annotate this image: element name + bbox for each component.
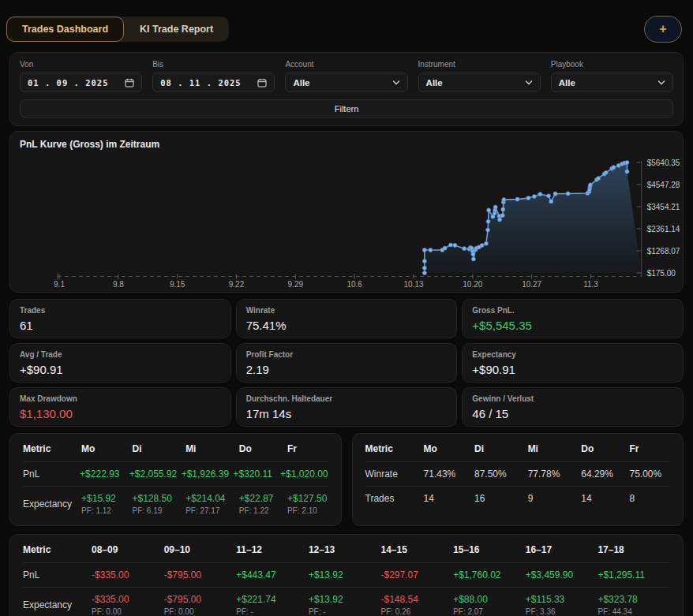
table-header-cell: 16–17 bbox=[526, 544, 598, 555]
hourly-table: Metric08–0909–1011–1212–1314–1515–1616–1… bbox=[9, 534, 684, 616]
chevron-down-icon bbox=[525, 80, 533, 85]
table-cell: +$221.74PF: - bbox=[236, 594, 309, 616]
svg-text:9.15: 9.15 bbox=[170, 280, 185, 289]
table-header-row: MetricMoDiMiDoFr bbox=[365, 435, 671, 461]
table-header-cell: 11–12 bbox=[236, 544, 309, 555]
metric-name-cell: PnL bbox=[23, 569, 92, 581]
tab-trades-dashboard[interactable]: Trades Dashboard bbox=[6, 17, 124, 42]
stat-card: Gewinn / Verlust 46 / 15 bbox=[462, 387, 684, 427]
von-date-input[interactable]: 01 . 09 . 2025 bbox=[20, 73, 142, 92]
chart-title: PnL Kurve (Gross) im Zeitraum bbox=[20, 139, 683, 150]
stat-label: Gross PnL. bbox=[472, 306, 673, 315]
filter-account: Account Alle bbox=[285, 60, 407, 92]
weekday-stats-table: MetricMoDiMiDoFrWinrate71.43%87.50%77.78… bbox=[352, 433, 684, 526]
table-cell: +$88.00PF: 2.07 bbox=[453, 594, 526, 616]
svg-text:$4547.28: $4547.28 bbox=[647, 181, 680, 189]
stat-card: Profit Factor 2.19 bbox=[236, 343, 458, 383]
table-header-cell: 08–09 bbox=[92, 544, 164, 555]
table-cell: +$13.92 bbox=[309, 569, 381, 581]
playbook-select[interactable]: Alle bbox=[551, 73, 673, 92]
profit-factor-sub: PF: 1.12 bbox=[81, 506, 132, 515]
add-button[interactable]: + bbox=[644, 16, 682, 43]
table-header-cell: Mi bbox=[185, 443, 239, 454]
weekday-pnl-table: MetricMoDiMiDoFrPnL+$222.93+$2,055.92+$1… bbox=[9, 433, 342, 526]
table-cell: +$1,295.11 bbox=[597, 569, 670, 581]
stat-value: 75.41% bbox=[246, 319, 448, 332]
von-label: Von bbox=[20, 60, 142, 69]
metric-name-cell: Trades bbox=[365, 493, 424, 504]
calendar-icon bbox=[125, 78, 134, 88]
table-cell: +$22.87PF: 1.22 bbox=[239, 493, 287, 515]
svg-text:$1268.07: $1268.07 bbox=[647, 247, 680, 256]
table-header-cell: 09–10 bbox=[164, 544, 237, 555]
stat-value: +$90.91 bbox=[20, 363, 221, 376]
stat-card: Avg / Trade +$90.91 bbox=[9, 343, 231, 383]
table-cell: +$1,926.39 bbox=[182, 469, 234, 480]
profit-factor-sub: PF: 2.07 bbox=[453, 607, 526, 616]
profit-factor-sub: PF: 1.22 bbox=[239, 506, 287, 515]
svg-text:$175.00: $175.00 bbox=[647, 269, 676, 278]
svg-text:11.3: 11.3 bbox=[583, 280, 598, 289]
table-cell: 75.00% bbox=[629, 469, 670, 480]
table-row: PnL+$222.93+$2,055.92+$1,926.39+$320.11+… bbox=[23, 461, 328, 486]
profit-factor-sub: PF: 2.10 bbox=[287, 506, 328, 515]
metric-name-cell: PnL bbox=[23, 469, 80, 480]
stats-grid: Trades 61 Winrate 75.41% Gross PnL. +$5,… bbox=[9, 299, 684, 427]
table-cell: -$795.00PF: 0.00 bbox=[164, 594, 237, 616]
table-cell: 87.50% bbox=[474, 469, 528, 480]
bis-date-input[interactable]: 08 . 11 . 2025 bbox=[152, 73, 275, 92]
profit-factor-sub: PF: 0.26 bbox=[381, 607, 454, 616]
table-header-cell: Do bbox=[239, 443, 287, 454]
stat-label: Gewinn / Verlust bbox=[472, 394, 673, 403]
table-cell: +$128.50PF: 6.19 bbox=[132, 493, 185, 515]
table-header-cell: 14–15 bbox=[381, 544, 454, 555]
top-bar: Trades Dashboard KI Trade Report + bbox=[0, 0, 693, 50]
table-cell: -$297.07 bbox=[381, 569, 454, 581]
stat-card: Max Drawdown $1,130.00 bbox=[9, 387, 231, 427]
table-header-cell: Metric bbox=[23, 443, 81, 454]
table-cell: 71.43% bbox=[424, 469, 474, 480]
svg-text:$2361.14: $2361.14 bbox=[647, 225, 680, 233]
tab-ki-trade-report[interactable]: KI Trade Report bbox=[124, 17, 229, 42]
table-cell: +$13.92PF: - bbox=[309, 594, 381, 616]
svg-text:10.27: 10.27 bbox=[522, 280, 541, 289]
table-cell: +$222.93 bbox=[80, 469, 129, 480]
table-header-cell: 17–18 bbox=[597, 544, 670, 555]
table-cell: +$3,459.90 bbox=[526, 569, 598, 581]
plus-icon: + bbox=[659, 22, 666, 36]
stat-label: Expectancy bbox=[472, 350, 673, 359]
table-cell: -$335.00 bbox=[92, 569, 164, 581]
svg-text:9.1: 9.1 bbox=[54, 280, 65, 289]
table-header-cell: Mo bbox=[424, 443, 474, 454]
table-row: Expectancy+$15.92PF: 1.12+$128.50PF: 6.1… bbox=[23, 486, 328, 521]
table-header-cell: 15–16 bbox=[453, 544, 526, 555]
filtern-button[interactable]: Filtern bbox=[20, 99, 673, 118]
profit-factor-sub: PF: - bbox=[309, 607, 381, 616]
instrument-selected-value: Alle bbox=[426, 78, 443, 88]
playbook-label: Playbook bbox=[551, 60, 673, 69]
stat-label: Winrate bbox=[246, 306, 448, 315]
table-cell: +$320.11 bbox=[234, 469, 281, 480]
table-cell: -$795.00 bbox=[164, 569, 237, 581]
instrument-select[interactable]: Alle bbox=[418, 73, 541, 92]
profit-factor-sub: PF: 0.00 bbox=[164, 607, 237, 616]
table-header-cell: Metric bbox=[23, 544, 92, 555]
profit-factor-sub: PF: 3.36 bbox=[526, 607, 598, 616]
profit-factor-sub: PF: 0.00 bbox=[92, 607, 164, 616]
metric-name-cell: Winrate bbox=[365, 469, 424, 480]
stat-card: Winrate 75.41% bbox=[236, 299, 458, 338]
table-cell: +$2,055.92 bbox=[129, 469, 182, 480]
table-cell: +$127.50PF: 2.10 bbox=[287, 493, 328, 515]
account-select[interactable]: Alle bbox=[285, 73, 407, 92]
profit-factor-sub: PF: 27.17 bbox=[185, 506, 239, 515]
table-cell: +$1,760.02 bbox=[453, 569, 526, 581]
stat-value: $1,130.00 bbox=[20, 407, 221, 420]
stat-label: Avg / Trade bbox=[20, 350, 221, 359]
filter-bis: Bis 08 . 11 . 2025 bbox=[152, 60, 275, 92]
stat-label: Trades bbox=[20, 306, 221, 315]
table-header-cell: Fr bbox=[629, 443, 670, 454]
table-row: Trades14169148 bbox=[365, 486, 671, 510]
table-cell: +$115.33PF: 3.36 bbox=[526, 594, 598, 616]
table-cell: 14 bbox=[424, 493, 474, 504]
profit-factor-sub: PF: 44.34 bbox=[597, 607, 670, 616]
